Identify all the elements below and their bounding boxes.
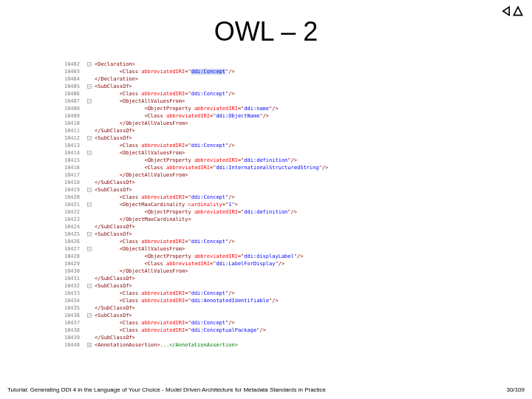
fold-gutter[interactable] [84, 134, 95, 142]
fold-gutter [84, 267, 95, 275]
fold-gutter[interactable] [84, 231, 95, 238]
code-content: <ObjectAllValuesFrom> [95, 98, 473, 105]
code-content: <Class abbreviatedIRI="ddi:Concept"/> [95, 68, 473, 75]
fold-gutter [84, 171, 95, 179]
line-number: 10435 [59, 304, 84, 312]
code-content: </ObjectAllValuesFrom> [95, 267, 473, 275]
code-content: <ObjectProperty abbreviatedIRI="ddi:name… [95, 105, 473, 112]
slide-title: OWL – 2 [0, 16, 532, 47]
line-number: 10438 [59, 327, 84, 334]
code-line: 10404</Declaration> [59, 75, 473, 83]
fold-gutter[interactable] [84, 98, 95, 105]
fold-gutter [84, 297, 95, 304]
code-content: <Class abbreviatedIRI="ddi:Concept"/> [95, 142, 473, 149]
code-line: 10407 <ObjectAllValuesFrom> [59, 98, 473, 105]
code-line: 10439</SubClassOf> [59, 334, 473, 341]
fold-gutter[interactable] [84, 282, 95, 290]
fold-gutter[interactable] [84, 149, 95, 157]
prev-icon[interactable] [501, 6, 511, 19]
line-number: 10419 [59, 186, 84, 194]
line-number: 10433 [59, 290, 84, 297]
code-content: </SubClassOf> [95, 223, 473, 231]
code-line: 10413 <Class abbreviatedIRI="ddi:Concept… [59, 142, 473, 149]
code-line: 10426 <Class abbreviatedIRI="ddi:Concept… [59, 238, 473, 245]
code-line: 10415 <ObjectProperty abbreviatedIRI="dd… [59, 157, 473, 164]
code-line: 10425<SubClassOf> [59, 231, 473, 238]
line-number: 10432 [59, 282, 84, 290]
code-line: 10440<AnnotationAssertion>...</Annotatio… [59, 341, 473, 349]
line-number: 10436 [59, 312, 84, 319]
line-number: 10428 [59, 253, 84, 260]
fold-gutter [84, 142, 95, 149]
code-content: <Class abbreviatedIRI="ddi:Concept"/> [95, 319, 473, 327]
fold-gutter [84, 216, 95, 223]
code-content: <Class abbreviatedIRI="ddi:ConceptualPac… [95, 327, 473, 334]
code-content: <Class abbreviatedIRI="ddi:Concept"/> [95, 194, 473, 201]
nav-controls [501, 6, 523, 19]
fold-gutter [84, 304, 95, 312]
code-content: </SubClassOf> [95, 304, 473, 312]
fold-gutter[interactable] [84, 186, 95, 194]
line-number: 10402 [59, 61, 84, 68]
fold-gutter[interactable] [84, 61, 95, 68]
code-content: <Class abbreviatedIRI="ddi:Concept"/> [95, 90, 473, 98]
footer-text: Tutorial: Generating DDI 4 in the Langua… [7, 386, 326, 393]
fold-gutter[interactable] [84, 83, 95, 90]
code-line: 10437 <Class abbreviatedIRI="ddi:Concept… [59, 319, 473, 327]
code-line: 10411</SubClassOf> [59, 127, 473, 134]
xml-code-block: 10402<Declaration>10403 <Class abbreviat… [59, 61, 473, 349]
code-line: 10414 <ObjectAllValuesFrom> [59, 149, 473, 157]
code-content: <SubClassOf> [95, 282, 473, 290]
code-content: <Class abbreviatedIRI="ddi:LabelForDispl… [95, 260, 473, 267]
code-content: <ObjectMaxCardinality cardinality="1"> [95, 201, 473, 208]
line-number: 10431 [59, 275, 84, 282]
code-content: <ObjectAllValuesFrom> [95, 149, 473, 157]
line-number: 10426 [59, 238, 84, 245]
fold-gutter[interactable] [84, 312, 95, 319]
fold-gutter [84, 68, 95, 75]
fold-gutter [84, 179, 95, 186]
code-line: 10409 <Class abbreviatedIRI="ddi:ObjectN… [59, 112, 473, 120]
fold-gutter [84, 290, 95, 297]
code-line: 10417 </ObjectAllValuesFrom> [59, 171, 473, 179]
line-number: 10439 [59, 334, 84, 341]
fold-gutter[interactable] [84, 245, 95, 253]
line-number: 10404 [59, 75, 84, 83]
fold-gutter [84, 260, 95, 267]
code-content: <ObjectProperty abbreviatedIRI="ddi:defi… [95, 208, 473, 216]
code-line: 10410 </ObjectAllValuesFrom> [59, 120, 473, 127]
line-number: 10411 [59, 127, 84, 134]
fold-gutter[interactable] [84, 341, 95, 349]
code-line: 10438 <Class abbreviatedIRI="ddi:Concept… [59, 327, 473, 334]
code-line: 10422 <ObjectProperty abbreviatedIRI="dd… [59, 208, 473, 216]
code-content: <SubClassOf> [95, 186, 473, 194]
line-number: 10418 [59, 179, 84, 186]
line-number: 10437 [59, 319, 84, 327]
code-content: <AnnotationAssertion>...</AnnotationAsse… [95, 341, 473, 349]
line-number: 10415 [59, 157, 84, 164]
code-line: 10403 <Class abbreviatedIRI="ddi:Concept… [59, 68, 473, 75]
code-line: 10416 <Class abbreviatedIRI="ddi:Interna… [59, 164, 473, 171]
code-content: <Class abbreviatedIRI="ddi:Concept"/> [95, 290, 473, 297]
code-content: </SubClassOf> [95, 275, 473, 282]
code-content: <Class abbreviatedIRI="ddi:ObjectName"/> [95, 112, 473, 120]
code-content: </Declaration> [95, 75, 473, 83]
fold-gutter[interactable] [84, 201, 95, 208]
code-line: 10406 <Class abbreviatedIRI="ddi:Concept… [59, 90, 473, 98]
code-content: </ObjectMaxCardinality> [95, 216, 473, 223]
line-number: 10429 [59, 260, 84, 267]
code-content: <SubClassOf> [95, 312, 473, 319]
line-number: 10420 [59, 194, 84, 201]
next-icon[interactable] [513, 6, 523, 19]
code-line: 10431</SubClassOf> [59, 275, 473, 282]
fold-gutter [84, 253, 95, 260]
line-number: 10440 [59, 341, 84, 349]
line-number: 10422 [59, 208, 84, 216]
line-number: 10414 [59, 149, 84, 157]
line-number: 10405 [59, 83, 84, 90]
code-line: 10408 <ObjectProperty abbreviatedIRI="dd… [59, 105, 473, 112]
fold-gutter [84, 194, 95, 201]
code-content: <SubClassOf> [95, 83, 473, 90]
line-number: 10407 [59, 98, 84, 105]
code-content: <ObjectProperty abbreviatedIRI="ddi:disp… [95, 253, 473, 260]
